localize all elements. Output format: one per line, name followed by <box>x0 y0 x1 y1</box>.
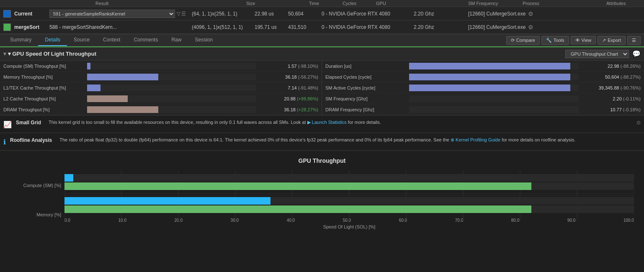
compute-bar-green <box>64 182 531 190</box>
metric-label: L2 Cache Throughput [%] <box>3 96 87 101</box>
metric-label: SM Active Cycles [cycle] <box>325 85 409 90</box>
chat-icon[interactable]: 💬 <box>632 50 641 58</box>
current-gpu: 0 - NVIDIA GeForce RTX 4080 <box>322 11 414 17</box>
current-result-select[interactable]: 591 - generateSampleRanksKernel <box>49 10 175 18</box>
export-icon: ↗ <box>602 38 606 43</box>
kernel-guide-link[interactable]: ⊕ Kernel Profiling Guide <box>451 137 500 142</box>
mergesort-time: 195.71 us <box>255 24 288 30</box>
metric-label: Memory Throughput [%] <box>3 74 87 80</box>
metric-label: L1/TEX Cache Throughput [%] <box>3 85 87 90</box>
compare-button[interactable]: ⟳ Compare <box>506 36 540 45</box>
left-metric-row: DRAM Throughput [%]36.18 (+28.27%) <box>0 104 322 115</box>
col-size: Size <box>246 1 309 6</box>
column-headers: Result Size Time Cycles GPU SM Frequency… <box>0 0 644 7</box>
memory-bar-group <box>64 194 634 216</box>
mergesort-process: [12660] CuMergeSort.exe ⚙ <box>468 24 552 31</box>
metric-bar <box>87 63 90 69</box>
current-time: 22.98 us <box>255 11 288 17</box>
current-gear-icon[interactable]: ⚙ <box>528 10 533 17</box>
col-smfreq: SM Frequency <box>468 1 523 6</box>
small-grid-alert: 📈 Small Grid This kernel grid is too sma… <box>0 115 644 133</box>
info-alert-icon: ℹ <box>3 138 6 146</box>
left-metric-row: L1/TEX Cache Throughput [%]7.14 (-91.48%… <box>0 82 322 93</box>
filter-extra-icon[interactable]: ☰ <box>181 11 186 17</box>
compute-bar-group <box>64 171 634 194</box>
tabs-row: Summary Details Source Context Comments … <box>0 34 644 46</box>
section-header: ▾ GPU Speed Of Light Throughput GPU Thro… <box>0 47 644 61</box>
metric-bar <box>87 106 158 113</box>
current-size: (64, 1, 1)x(256, 1, 1) <box>192 11 255 17</box>
metric-value: 50,604 (-88.27%) <box>582 74 641 80</box>
launch-statistics-link[interactable]: ▶ Launch Statistics <box>307 120 347 125</box>
metric-label: DRAM Frequency [Ghz] <box>325 107 409 112</box>
metric-bar-container <box>87 85 256 91</box>
right-metric-row: DRAM Frequency [Ghz]10.77 (-0.18%) <box>322 104 644 115</box>
tab-raw[interactable]: Raw <box>165 34 188 46</box>
mergesort-row: mergeSort 588 - mergeSortSharedKern... (… <box>0 21 644 34</box>
memory-bar-green <box>64 205 531 213</box>
tab-summary[interactable]: Summary <box>3 34 38 46</box>
view-button[interactable]: 👁 View <box>571 36 596 44</box>
tab-comments[interactable]: Comments <box>127 34 165 46</box>
compute-bar-blue <box>64 174 73 182</box>
chart-type-select[interactable]: GPU Throughput Chart <box>565 50 629 58</box>
mergesort-gear-icon[interactable]: ⚙ <box>528 24 533 31</box>
metric-bar-container <box>409 106 579 113</box>
chart-alert-icon: 📈 <box>3 121 12 128</box>
menu-button[interactable]: ☰ <box>627 36 641 45</box>
current-result[interactable]: 591 - generateSampleRanksKernel ▽ ☰ <box>49 10 192 18</box>
chart-x-ticks: 0.0 10.0 20.0 30.0 40.0 50.0 60.0 70.0 8… <box>64 218 634 223</box>
metric-label: SM Frequency [Ghz] <box>325 96 409 101</box>
tab-source[interactable]: Source <box>67 34 96 46</box>
metrics-table: Compute (SM) Throughput [%]1.57 (-98.10%… <box>0 61 644 115</box>
memory-bar-blue <box>64 197 270 205</box>
compute-bar-green-wrapper <box>64 182 634 190</box>
metric-value: 36.18 (-56.27%) <box>260 74 318 80</box>
metric-bar-container <box>409 95 579 102</box>
current-smfreq: 2.20 Ghz <box>414 11 468 17</box>
metric-value: 1.57 (-98.10%) <box>260 64 318 69</box>
tools-icon: 🔧 <box>546 38 552 43</box>
compute-bar-blue-wrapper <box>64 174 634 182</box>
current-color-box <box>3 10 11 18</box>
left-metric-row: Memory Throughput [%]36.18 (-56.27%) <box>0 72 322 82</box>
metrics-right-col: Duration [us]22.98 (-88.26%)Elapsed Cycl… <box>322 61 644 115</box>
compare-icon: ⟳ <box>511 38 515 43</box>
alert-expand-icon[interactable]: ⊙ <box>636 120 641 126</box>
current-row: Current 591 - generateSampleRanksKernel … <box>0 7 644 21</box>
export-button[interactable]: ↗ Export <box>598 36 626 45</box>
filter-icon[interactable]: ▽ <box>177 11 180 17</box>
chart-bars <box>64 171 634 216</box>
metric-bar <box>87 85 100 91</box>
metric-bar <box>409 63 570 69</box>
tools-button[interactable]: 🔧 Tools <box>541 36 569 45</box>
section-title: ▾ GPU Speed Of Light Throughput <box>3 51 565 57</box>
right-metric-row: SM Frequency [Ghz]2.20 (-0.11%) <box>322 93 644 104</box>
mergesort-smfreq: 2.20 Ghz <box>414 24 468 30</box>
tab-details[interactable]: Details <box>38 34 67 46</box>
metric-bar-container <box>409 74 579 80</box>
metric-bar <box>87 74 158 80</box>
mergesort-color-box <box>3 23 11 31</box>
y-label-memory: Memory [%] <box>10 203 61 226</box>
current-process: [12660] CuMergeSort.exe ⚙ <box>468 10 552 17</box>
right-metric-row: Elapsed Cycles [cycle]50,604 (-88.27%) <box>322 72 644 82</box>
current-cycles: 50,604 <box>288 11 322 17</box>
mergesort-cycles: 431,510 <box>288 24 322 30</box>
current-label: Current <box>14 11 49 17</box>
tab-session[interactable]: Session <box>188 34 219 46</box>
metric-bar-container <box>87 74 256 80</box>
metric-bar <box>409 74 570 80</box>
metric-value: 22.98 (-88.26%) <box>582 64 641 69</box>
right-metric-row: SM Active Cycles [cycle]39,345.88 (-90.7… <box>322 82 644 93</box>
left-metric-row: Compute (SM) Throughput [%]1.57 (-98.10%… <box>0 61 322 72</box>
left-metric-row: L2 Cache Throughput [%]20.88 (+99.86%) <box>0 93 322 104</box>
y-label-compute: Compute (SM) [%] <box>10 174 61 197</box>
chart-x-label: Speed Of Light (SOL) [%] <box>64 224 634 229</box>
tab-context[interactable]: Context <box>96 34 127 46</box>
small-grid-text: This kernel grid is too small to fill th… <box>49 120 632 125</box>
mergesort-label: mergeSort <box>14 24 49 30</box>
memory-bar-blue-wrapper <box>64 197 634 205</box>
memory-bar-green-wrapper <box>64 205 634 213</box>
metric-label: Compute (SM) Throughput [%] <box>3 64 87 69</box>
